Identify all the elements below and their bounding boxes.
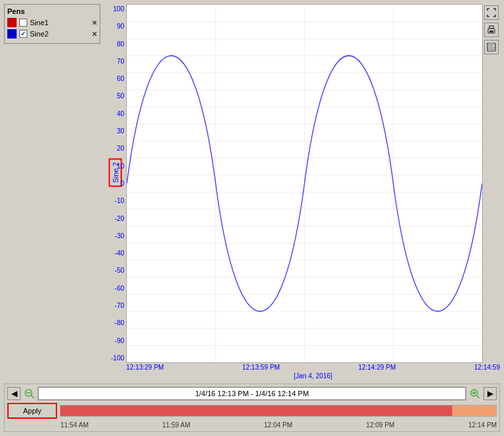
- svg-rect-27: [489, 26, 493, 29]
- svg-rect-30: [489, 43, 493, 46]
- y-tick: -60: [115, 285, 124, 292]
- svg-rect-28: [489, 31, 493, 33]
- timeline-bar-red: [60, 405, 452, 416]
- apply-button[interactable]: Apply: [7, 403, 57, 419]
- y-tick: 80: [117, 40, 124, 48]
- y-tick: -40: [115, 250, 124, 257]
- timeline-labels: 11:54 AM 11:59 AM 12:04 PM 12:09 PM 12:1…: [7, 421, 497, 429]
- prev-icon: ◀: [11, 389, 17, 398]
- y-tick: 70: [117, 58, 124, 65]
- y-tick: 50: [117, 92, 124, 100]
- prev-button[interactable]: ◀: [7, 387, 21, 400]
- y-tick: -30: [115, 232, 124, 240]
- y-tick: 0: [120, 180, 124, 187]
- print-button[interactable]: [484, 23, 499, 37]
- left-panel: Pens Sine1 ✕ Sine2 ✕: [4, 4, 100, 381]
- next-button[interactable]: ▶: [483, 387, 497, 400]
- y-tick: 60: [117, 75, 124, 82]
- sine1-close-icon[interactable]: ✕: [92, 19, 97, 27]
- x-axis-date: [Jan 4, 2016]: [103, 371, 500, 381]
- y-tick: -80: [115, 319, 124, 327]
- sine-wave-svg: [127, 5, 482, 362]
- save-button[interactable]: [484, 40, 499, 54]
- y-tick: -20: [115, 215, 124, 222]
- main-container: Pens Sine1 ✕ Sine2 ✕ Sine 2: [0, 0, 504, 436]
- y-tick: 90: [117, 23, 124, 30]
- timeline-row: Apply: [7, 403, 497, 419]
- fullscreen-button[interactable]: [484, 5, 499, 20]
- x-tick: 12:13:29 PM: [126, 364, 164, 371]
- sine1-color-swatch: [7, 18, 17, 27]
- timeline-tick: 12:14 PM: [468, 421, 497, 429]
- pens-box: Pens Sine1 ✕ Sine2 ✕: [4, 4, 100, 44]
- timeline-tick: 12:09 PM: [366, 421, 394, 429]
- sine2-close-icon[interactable]: ✕: [92, 31, 97, 38]
- y-tick: -50: [115, 267, 124, 274]
- zoom-out-icon[interactable]: [23, 388, 35, 400]
- pen-item-sine1: Sine1 ✕: [7, 18, 97, 27]
- y-tick: 20: [117, 145, 124, 152]
- svg-line-33: [31, 396, 34, 398]
- y-axis: 100 90 80 70 60 50 40 30 20 10 0 -10 -20…: [103, 4, 126, 363]
- timeline-tick: 11:54 AM: [60, 421, 88, 429]
- nav-row: ◀ ▶: [7, 387, 497, 400]
- x-tick: 12:14:29 PM: [358, 364, 396, 371]
- svg-rect-31: [489, 47, 494, 50]
- right-icons: [483, 4, 500, 363]
- x-tick: 12:14:59: [474, 364, 500, 371]
- sine1-checkbox[interactable]: [19, 19, 27, 27]
- sine1-label: Sine1: [30, 19, 89, 27]
- y-tick: -10: [115, 197, 124, 204]
- y-tick: 40: [117, 110, 124, 117]
- chart-plot: [126, 4, 483, 363]
- timeline-tick: 12:04 PM: [264, 421, 293, 429]
- sine2-label: Sine2: [30, 30, 89, 38]
- y-tick: 10: [117, 163, 124, 170]
- timeline-tick: 11:59 AM: [162, 421, 190, 429]
- sine2-color-swatch: [7, 29, 17, 38]
- zoom-in-icon[interactable]: [469, 388, 481, 400]
- sine2-checkbox[interactable]: [19, 30, 27, 38]
- y-tick: -90: [115, 337, 124, 344]
- y-tick: -70: [115, 302, 124, 309]
- pen-item-sine2: Sine2 ✕: [7, 29, 97, 38]
- chart-wrapper: 100 90 80 70 60 50 40 30 20 10 0 -10 -20…: [103, 4, 500, 381]
- svg-line-36: [477, 396, 479, 398]
- y-tick: 30: [117, 127, 124, 135]
- y-tick: 100: [113, 5, 124, 13]
- top-section: Pens Sine1 ✕ Sine2 ✕ Sine 2: [4, 4, 500, 381]
- next-icon: ▶: [487, 389, 493, 398]
- y-tick: -100: [111, 354, 124, 362]
- x-tick: 12:13:59 PM: [242, 364, 280, 371]
- x-axis-labels: 12:13:29 PM 12:13:59 PM 12:14:29 PM 12:1…: [103, 363, 500, 371]
- bottom-section: ◀ ▶: [4, 384, 500, 432]
- chart-area: 100 90 80 70 60 50 40 30 20 10 0 -10 -20…: [103, 4, 500, 363]
- timeline-bar-orange: [452, 405, 496, 416]
- timeline-bar[interactable]: [60, 405, 497, 417]
- date-range-input[interactable]: [38, 387, 466, 400]
- pens-title: Pens: [7, 7, 97, 15]
